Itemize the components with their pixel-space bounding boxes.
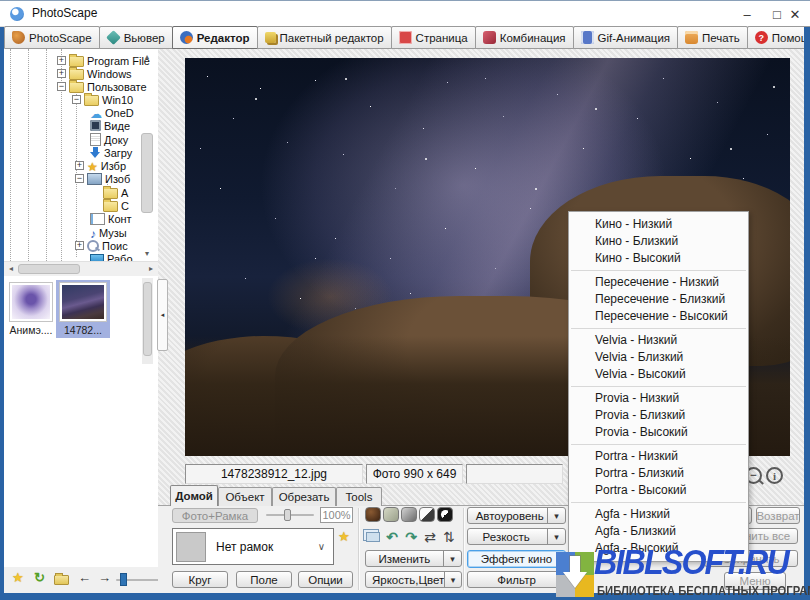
tab-crop[interactable]: Обрезать [272,487,336,506]
menu-item-cross-mid[interactable]: Пересечение - Близкий [569,291,748,308]
tree-item-users[interactable]: Пользовате [57,80,158,93]
tree-item-contacts[interactable]: Конт [90,212,158,225]
photo-frame-button[interactable]: Фото+Рамка [172,508,258,523]
tree-scroll-right-arrow[interactable] [146,264,156,274]
menu-item-portra-low[interactable]: Portra - Низкий [569,448,748,465]
menu-item-provia-mid[interactable]: Provia - Близкий [569,407,748,424]
circle-button[interactable]: Круг [172,571,228,588]
music-note-icon [90,226,96,239]
close-button[interactable]: ✕ [780,1,810,27]
copy-sheets-icon[interactable] [366,532,380,542]
redo-action-button[interactable]: Возврат [756,507,800,524]
tab-batch-editor[interactable]: Пакетный редактор [257,26,392,49]
redo-icon[interactable] [402,529,420,545]
tab-gif-animation[interactable]: Gif-Анимация [573,26,679,49]
tree-item-label: С [121,200,129,212]
menu-item-portra-mid[interactable]: Portra - Близкий [569,465,748,482]
menu-item-provia-high[interactable]: Provia - Высокий [569,424,748,441]
tab-editor[interactable]: Редактор [172,26,258,49]
panel-collapse-button[interactable] [157,279,168,351]
tree-hscrollbar-thumb[interactable] [18,264,80,274]
threshold-preset-button[interactable] [419,507,435,522]
minimize-button[interactable]: – [732,1,762,27]
tab-page[interactable]: Страница [391,26,476,49]
grayscale-preset-button[interactable] [401,507,417,522]
sepia-preset-button[interactable] [365,507,381,522]
tab-tools[interactable]: Tools [336,487,382,506]
chevron-down-icon[interactable] [443,551,461,566]
brightness-color-button[interactable]: Яркость,Цвет [365,571,462,588]
pale-preset-button[interactable] [383,507,399,522]
menu-item-portra-high[interactable]: Portra - Высокий [569,482,748,499]
auto-level-button[interactable]: Автоуровень [467,507,566,524]
menu-item-velvia-mid[interactable]: Velvia - Близкий [569,349,748,366]
frame-select-combo[interactable]: Нет рамок [172,528,334,565]
resize-button[interactable]: Изменить [365,550,462,567]
tree-item-music[interactable]: Музы [90,226,158,239]
menu-separator [571,502,746,503]
sharpen-button[interactable]: Резкость [467,528,566,545]
tab-print[interactable]: Печать [677,26,748,49]
tab-viewer[interactable]: Вьювер [99,26,173,49]
previous-image-arrow-icon[interactable] [78,571,91,585]
tab-help[interactable]: Помощь [747,26,810,49]
chevron-down-icon[interactable] [547,508,565,523]
refresh-icon[interactable] [34,571,45,585]
tab-home[interactable]: Домой [170,485,218,506]
flip-vertical-icon[interactable] [440,529,458,545]
favorite-star-icon[interactable] [12,571,24,585]
thumbnail-item-selected[interactable]: 14782... [56,280,110,338]
tree-horizontal-scrollbar[interactable] [4,261,158,276]
tree-scroll-up-arrow[interactable] [140,52,154,62]
tab-object[interactable]: Объект [218,487,272,506]
menu-item-agfa-low[interactable]: Agfa - Низкий [569,506,748,523]
expand-icon[interactable] [57,69,66,78]
chevron-down-icon[interactable] [547,529,565,544]
menu-item-provia-low[interactable]: Provia - Низкий [569,390,748,407]
thumbnail-toolbar [4,567,158,593]
menu-item-kino-low[interactable]: Кино - Низкий [569,216,748,233]
film-effect-button[interactable]: Эффект кино [467,550,566,568]
thumbnail-item[interactable]: Анимэ.... [9,282,53,336]
flip-horizontal-icon[interactable] [421,529,439,545]
collapse-icon[interactable] [75,174,84,183]
expand-icon[interactable] [57,56,66,65]
tree-scroll-left-arrow[interactable] [6,264,16,274]
tree-scrollbar-thumb[interactable] [141,133,153,213]
info-icon[interactable] [766,467,783,484]
tree-item-windows[interactable]: Windows [57,67,158,80]
menu-item-cross-high[interactable]: Пересечение - Высокий [569,308,748,325]
thumbnail-scrollbar[interactable] [142,278,153,364]
frame-opacity-slider-thumb[interactable] [284,509,291,521]
next-image-arrow-icon[interactable] [98,571,111,585]
options-button[interactable]: Опции [298,571,353,588]
field-button[interactable]: Поле [236,571,292,588]
menu-item-cross-low[interactable]: Пересечение - Низкий [569,274,748,291]
menu-item-agfa-mid[interactable]: Agfa - Близкий [569,523,748,540]
filter-button[interactable]: Фильтр [467,571,566,588]
collapse-icon[interactable] [72,95,81,104]
menu-item-kino-mid[interactable]: Кино - Близкий [569,233,748,250]
thumbnail-scrollbar-thumb[interactable] [143,282,152,356]
tree-item-win10[interactable]: Win10 [72,93,158,106]
tree-scroll-down-arrow[interactable] [140,249,154,259]
favorite-frame-star-icon[interactable] [338,529,350,544]
chevron-down-icon[interactable] [444,572,461,587]
menu-item-velvia-high[interactable]: Velvia - Высокий [569,366,748,383]
tab-photoscape[interactable]: PhotoScape [4,26,100,49]
collapse-icon[interactable] [57,82,66,91]
open-folder-icon[interactable] [54,575,69,585]
thumbnail-size-slider-thumb[interactable] [120,573,127,586]
star-icon [87,159,98,172]
menu-item-kino-high[interactable]: Кино - Высокий [569,250,748,267]
menu-item-velvia-low[interactable]: Velvia - Низкий [569,332,748,349]
watermark-title: BIBLSOFT.RU [594,542,788,582]
undo-icon[interactable] [383,529,401,545]
tree-item-videos[interactable]: Виде [90,119,158,132]
tab-combine[interactable]: Комбинация [475,26,574,49]
expand-icon[interactable] [75,161,84,170]
invert-preset-button[interactable] [437,507,453,522]
tree-item-onedrive[interactable]: OneD [90,106,158,119]
expand-icon[interactable] [75,241,84,250]
titlebar[interactable]: PhotoScape – □ ✕ [0,1,810,27]
